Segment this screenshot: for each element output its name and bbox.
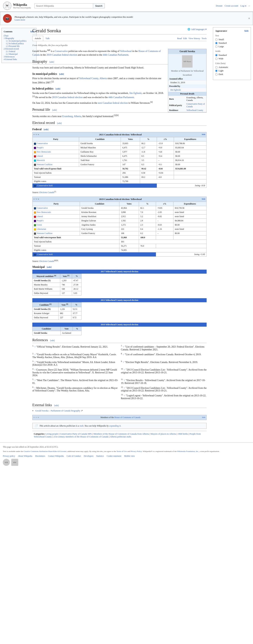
muni-col1-2017: Mayoral candidate [a]	[33, 274, 60, 278]
col-votes: Votes	[121, 137, 140, 142]
eglinski-link[interactable]: Jim Eglinski	[129, 92, 142, 94]
nav-box-hide[interactable]: hide	[202, 416, 205, 419]
ref-item-8: 8. ↑ "List of confirmed candidates". Ele…	[121, 352, 207, 359]
banner-learn-more[interactable]: Learn more	[15, 18, 25, 21]
muni2017-section: 2017 Yellowhead County mayoral election …	[32, 270, 207, 296]
width-standard-option[interactable]: Standard	[215, 54, 248, 56]
text-standard-option[interactable]: Standard	[215, 42, 248, 44]
search-button[interactable]: Search	[93, 4, 105, 8]
ref-item-5: 5. ↑ "Meet The Candidates". The Hinton V…	[32, 378, 118, 385]
appearance-title: Appearance	[215, 30, 227, 32]
personal-edit-link[interactable]: [edit]	[52, 109, 57, 111]
add-languages-button[interactable]: 🌐 Add languages ▾	[187, 28, 207, 31]
election2019-title: 2019 Canadian federal election: Yellowhe…	[99, 198, 142, 200]
municipal-sub-edit-link[interactable]: [edit]	[47, 266, 52, 268]
action-edit[interactable]: Edit	[183, 37, 187, 40]
donate-link[interactable]: Donate	[216, 4, 223, 7]
action-read[interactable]: Read	[177, 37, 182, 40]
banner-close-button[interactable]: ×	[248, 17, 250, 20]
text-small-option[interactable]: Small	[215, 38, 248, 41]
color-auto-option[interactable]: Automatic	[215, 66, 248, 69]
footer-code[interactable]: Code of Conduct	[67, 455, 81, 458]
election2021-table-container: v · t · e 2021 Canadian federal election…	[32, 132, 207, 194]
categories-title: Categories:	[34, 432, 45, 435]
tab-article[interactable]: Article	[32, 36, 43, 41]
col-exp: Expenditures	[173, 202, 206, 206]
election2019-link2[interactable]: 2019 Canadian federal election	[52, 96, 83, 99]
electoral-edit-link[interactable]: [edit]	[57, 122, 62, 124]
color-dark-option[interactable]: Dark	[215, 73, 248, 76]
header-links: Donate Create account Log in ···	[216, 4, 250, 7]
search-input[interactable]	[35, 4, 93, 8]
references-edit-link[interactable]: [edit]	[50, 339, 55, 342]
col-party: Party	[33, 202, 80, 206]
infobox-personal-table: Born Evansburg, Alberta, Canada Politica…	[168, 96, 206, 112]
appearance-hide-link[interactable]: hide	[244, 30, 248, 32]
muni2013-section: 2013 Yellowhead County mayoral election …	[32, 298, 207, 320]
license-text: Text is available under the Creative Com…	[3, 450, 250, 453]
infobox-role: Member of Parliament for Yellowhead	[168, 69, 206, 73]
footer-contact[interactable]: Contact Wikipedia	[48, 455, 64, 458]
yellowhead-county-link[interactable]: Yellowhead County, Alberta	[79, 77, 107, 80]
footer-statistics[interactable]: Statistics	[96, 455, 104, 458]
muni-col1-2010: Candidate	[33, 327, 61, 331]
election2019-hide[interactable]: hide	[202, 198, 205, 200]
search-form[interactable]: Search	[35, 3, 105, 8]
action-tools[interactable]: Tools	[201, 37, 207, 40]
evansburg-link[interactable]: Evansburg, Alberta	[62, 115, 81, 118]
color-section: Color (beta) Automatic Light Dark	[215, 62, 248, 76]
more-menu[interactable]: ···	[248, 4, 250, 7]
text-large-option[interactable]: Large	[215, 45, 248, 48]
right-sidebar: Appearance hide Text Small Standard Larg…	[211, 25, 253, 442]
ref-item-13: 13. ↑ "Login/Logout - Yellowhead County"…	[121, 393, 207, 400]
footer-about[interactable]: About Wikipedia	[18, 455, 32, 458]
action-view-history[interactable]: View history	[188, 37, 200, 40]
federal-sub-edit-link[interactable]: [edit]	[44, 128, 48, 131]
eligible-row: Eligible voters 74,005	[33, 248, 207, 252]
yellowhead-link[interactable]: Yellowhead	[120, 50, 132, 52]
muni2013-title: 2013 Yellowhead County mayoral election	[32, 298, 207, 302]
election2019-link[interactable]: 2019 Canadian federal election	[46, 54, 77, 56]
wiki-footer: This page was last edited on 28 Septembe…	[0, 442, 253, 469]
references-section: References [edit] 1. ↑ "Official Voting …	[32, 338, 207, 400]
wiki-logo[interactable]: W Wikipedia The Free Encyclopedia	[3, 2, 31, 10]
next-election-link[interactable]: next Canadian federal election	[98, 102, 128, 104]
appearance-panel: Appearance hide Text Small Standard Larg…	[213, 27, 251, 80]
muni2017-table: Mayoral candidate [a] Vote [1] % Gerald …	[32, 274, 82, 296]
footer-developers[interactable]: Developers	[84, 455, 94, 458]
parliament44-link[interactable]: 44th Canadian Parliament	[103, 54, 128, 56]
ref-item-4: 4. ↑ Cournoyer, Dave (22 June 2024). "Wi…	[32, 367, 118, 377]
wikipedia-globe-icon: W	[3, 2, 12, 10]
col-candidate: Candidate	[80, 202, 119, 206]
ref-item-7: 7. ↑ "List of confirmed candidates – Sep…	[121, 344, 207, 352]
external-links-section: External links [edit] Gerald Soroka – Pa…	[32, 403, 207, 412]
log-in-link[interactable]: Log in	[240, 4, 246, 7]
ext-link-item[interactable]: Gerald Soroka – Parliament of Canada bio…	[35, 409, 207, 412]
muni2010-title: 2010 Yellowhead County mayoral election	[32, 322, 207, 327]
muni-col3-2010: %	[73, 327, 81, 331]
create-account-link[interactable]: Create account	[224, 4, 238, 7]
external-edit-link[interactable]: [edit]	[54, 404, 59, 407]
infobox-name: Gerald Soroka	[168, 49, 206, 54]
ref-item-11: 11. ↑ "Election Results - Yellowhead Cou…	[121, 378, 207, 385]
footer-privacy[interactable]: Privacy policy	[3, 455, 15, 458]
table-row: People's Douglas Galavan 1,592 2.8 – $4,…	[33, 219, 207, 223]
tab-talk[interactable]: Talk	[43, 36, 52, 41]
col-candidate: Candidate	[79, 137, 121, 142]
biography-edit-link[interactable]: [edit]	[49, 61, 54, 63]
width-wide-option[interactable]: Wide	[215, 57, 248, 60]
infobox: Gerald Soroka MP Photo Member of Parliam…	[168, 49, 207, 112]
color-light-option[interactable]: Light	[215, 69, 248, 72]
parliament44-link2[interactable]: 44th Canadian Parliament	[108, 96, 134, 99]
municipal-edit-link[interactable]: [edit]	[59, 73, 64, 75]
footer-mobile[interactable]: Mobile view	[124, 455, 135, 458]
muni2013-table: Candidate [2] Vote [3] % Gerald Soroka (…	[32, 302, 82, 320]
footer-cookie[interactable]: Cookie statement	[107, 455, 121, 458]
election2021-hide[interactable]: hide	[202, 133, 205, 136]
conservative-link[interactable]: Conservative	[55, 50, 68, 52]
federal-edit-link[interactable]: [edit]	[56, 88, 60, 90]
table-row: People's Michael Manchen 6,475 12.7 +9.9…	[33, 146, 207, 150]
muni-col2-2010: Vote	[61, 327, 73, 331]
muni2010-table: Candidate Vote % Gerald Soroka Acclaimed	[32, 327, 82, 335]
footer-disclaimers[interactable]: Disclaimers	[35, 455, 45, 458]
